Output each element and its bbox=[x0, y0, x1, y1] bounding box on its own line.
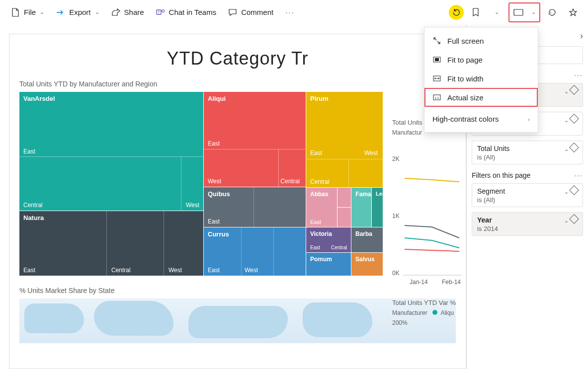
file-icon bbox=[11, 8, 20, 17]
svg-text:T: T bbox=[158, 10, 160, 14]
actual-size-icon: 1:1 bbox=[432, 93, 441, 102]
tm-region: East bbox=[208, 218, 220, 225]
menu-label: Fit to width bbox=[447, 74, 484, 83]
ellipsis-icon[interactable]: ··· bbox=[574, 171, 583, 179]
bookmark-button[interactable] bbox=[467, 3, 485, 21]
y-tick: 2K bbox=[392, 155, 400, 162]
chevron-down-icon[interactable]: ⌄ bbox=[564, 117, 569, 123]
filter-label: Total Units bbox=[477, 145, 509, 152]
refresh-button[interactable] bbox=[543, 3, 561, 21]
comment-button[interactable]: Comment bbox=[223, 5, 278, 20]
export-icon bbox=[56, 8, 65, 17]
menu-label: Full screen bbox=[447, 37, 484, 45]
tm-region: East bbox=[23, 148, 35, 155]
view-mode-button[interactable]: ⌄ bbox=[508, 2, 540, 22]
var-legend-item: Aliqu bbox=[440, 309, 454, 316]
menu-fit-width[interactable]: Fit to width bbox=[424, 69, 538, 88]
eraser-icon[interactable] bbox=[569, 143, 579, 152]
tm-label: Fama bbox=[355, 191, 371, 198]
chevron-down-icon[interactable]: ⌄ bbox=[564, 88, 569, 94]
filter-label: Year bbox=[477, 216, 492, 224]
more-menu[interactable]: ··· bbox=[280, 5, 300, 19]
fullscreen-icon bbox=[432, 36, 441, 45]
var-axis: 200% bbox=[392, 319, 466, 326]
filter-value: is 2014 bbox=[477, 225, 578, 232]
teams-label: Chat in Teams bbox=[169, 8, 217, 16]
tm-region: Central bbox=[111, 267, 131, 274]
tm-region: Central bbox=[331, 245, 347, 250]
legend-dot-icon bbox=[432, 310, 437, 315]
chevron-down-icon[interactable]: ⌄ bbox=[564, 218, 569, 223]
chevron-right-icon: › bbox=[528, 116, 530, 122]
menu-fit-page[interactable]: Fit to page bbox=[424, 50, 538, 69]
filter-value: is (All) bbox=[477, 153, 578, 161]
menu-actual-size[interactable]: 1:1 Actual size bbox=[424, 88, 538, 107]
tm-label: Victoria bbox=[310, 230, 332, 237]
filter-label: Segment bbox=[477, 187, 505, 195]
x-tick: Feb-14 bbox=[442, 279, 461, 286]
tm-label: Leo bbox=[376, 191, 386, 197]
tm-region: Central bbox=[23, 202, 43, 209]
page-filters-header: Filters on this page ··· bbox=[472, 171, 583, 179]
tm-region: Central bbox=[310, 178, 330, 185]
share-icon bbox=[111, 8, 120, 17]
eraser-icon[interactable] bbox=[569, 85, 579, 95]
bookmark-dropdown[interactable]: ⌄ bbox=[488, 3, 505, 21]
eraser-icon[interactable] bbox=[569, 214, 579, 224]
ellipsis-icon[interactable]: ··· bbox=[574, 71, 583, 79]
svg-rect-5 bbox=[435, 58, 439, 61]
filter-total-units[interactable]: Total Units ⌄ is (All) bbox=[472, 141, 583, 164]
tm-label: Salvus bbox=[355, 256, 375, 263]
toolbar: File ⌄ Export ⌄ Share T Chat in Teams Co… bbox=[0, 0, 588, 25]
menu-label: Actual size bbox=[447, 93, 484, 102]
y-tick: 1K bbox=[392, 213, 400, 220]
menu-high-contrast[interactable]: High-contrast colors › bbox=[424, 110, 538, 128]
eraser-icon[interactable] bbox=[569, 185, 579, 195]
tm-label: Barba bbox=[355, 230, 372, 237]
chevron-down-icon: ⌄ bbox=[95, 9, 99, 15]
chevron-down-icon[interactable]: ⌄ bbox=[564, 146, 569, 152]
map-visual[interactable] bbox=[19, 298, 456, 343]
svg-text:1:1: 1:1 bbox=[435, 96, 439, 99]
chevron-down-icon: ⌄ bbox=[40, 9, 44, 15]
y-tick: 0K bbox=[392, 270, 400, 277]
chevron-down-icon[interactable]: ⌄ bbox=[564, 189, 569, 195]
report-canvas: YTD Category Tr Total Units YTD by Manuf… bbox=[0, 25, 466, 369]
menu-label: Fit to page bbox=[447, 56, 483, 64]
eraser-icon[interactable] bbox=[569, 114, 579, 124]
tm-region: West bbox=[245, 267, 258, 274]
toolbar-right: ⌄ ⌄ bbox=[449, 2, 582, 22]
view-dropdown-menu: Full screen Fit to page Fit to width 1:1… bbox=[424, 27, 538, 133]
comment-icon bbox=[228, 8, 237, 17]
favorite-button[interactable] bbox=[564, 3, 582, 21]
share-button[interactable]: Share bbox=[106, 5, 149, 20]
export-menu[interactable]: Export ⌄ bbox=[51, 5, 104, 20]
tm-region: East bbox=[208, 140, 220, 147]
fit-width-icon bbox=[432, 74, 441, 83]
teams-icon: T bbox=[156, 8, 165, 17]
tm-region: East bbox=[310, 219, 321, 225]
chevron-right-icon[interactable]: › bbox=[580, 31, 583, 41]
menu-label: High-contrast colors bbox=[432, 115, 499, 123]
line-chart-visual[interactable]: Total Units Manufactur 2K 1K 0K Jan-14 F… bbox=[392, 119, 466, 326]
var-legend-label: Manufacturer bbox=[392, 309, 427, 316]
treemap-visual[interactable]: VanArsdel East Central West Natura East … bbox=[19, 92, 456, 276]
filter-segment[interactable]: Segment ⌄ is (All) bbox=[472, 183, 583, 207]
teams-button[interactable]: T Chat in Teams bbox=[151, 5, 222, 20]
filter-year[interactable]: Year ⌄ is 2014 bbox=[472, 212, 583, 236]
var-title: Total Units YTD Var % bbox=[392, 299, 466, 306]
reset-button[interactable] bbox=[449, 5, 464, 20]
tm-region: West bbox=[208, 178, 221, 185]
ellipsis-icon: ··· bbox=[285, 8, 295, 16]
svg-point-2 bbox=[162, 9, 164, 12]
report-title: YTD Category Tr bbox=[19, 48, 456, 69]
file-label: File bbox=[24, 8, 36, 16]
menu-full-screen[interactable]: Full screen bbox=[424, 31, 538, 50]
tm-label: Pirum bbox=[310, 95, 329, 102]
file-menu[interactable]: File ⌄ bbox=[6, 5, 49, 20]
tm-label: Pomum bbox=[310, 256, 332, 263]
tm-label: Currus bbox=[208, 230, 229, 238]
map-title: % Units Market Share by State bbox=[19, 287, 456, 295]
filter-value: is (All) bbox=[477, 196, 578, 204]
tm-label: Quibus bbox=[208, 190, 230, 198]
